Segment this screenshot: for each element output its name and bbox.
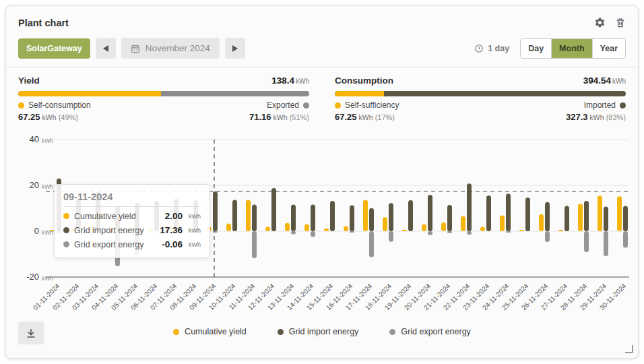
y-axis-tick: 20 xyxy=(30,180,39,190)
delete-trash-icon[interactable] xyxy=(615,17,626,28)
bar-yield[interactable] xyxy=(265,226,270,231)
settings-gear-icon[interactable] xyxy=(594,17,606,28)
legend-item-cumulative-yield[interactable]: Cumulative yield xyxy=(173,327,247,336)
bar-import[interactable] xyxy=(369,208,374,231)
bar-import[interactable] xyxy=(525,198,530,231)
bar-import[interactable] xyxy=(565,206,569,231)
tab-month[interactable]: Month xyxy=(551,39,591,58)
self-sufficiency-label: Self-sufficiency xyxy=(335,100,399,110)
bar-group-21-11-2024[interactable] xyxy=(441,205,452,233)
bar-import[interactable] xyxy=(428,195,432,231)
bar-import[interactable] xyxy=(389,203,393,231)
bar-export[interactable] xyxy=(428,231,432,235)
bar-yield[interactable] xyxy=(617,196,622,231)
tooltip-row: Grid export energy-0.06kWh xyxy=(63,239,201,249)
y-axis-unit: kWh xyxy=(42,138,53,144)
bar-import[interactable] xyxy=(330,201,335,231)
bar-yield[interactable] xyxy=(226,223,231,231)
gateway-button[interactable]: SolarGateway xyxy=(18,38,90,59)
bar-group-16-11-2024[interactable] xyxy=(344,206,354,233)
bar-import[interactable] xyxy=(271,188,276,231)
bar-yield[interactable] xyxy=(539,214,544,231)
bar-import[interactable] xyxy=(213,191,218,231)
bar-import[interactable] xyxy=(467,183,472,231)
bar-import[interactable] xyxy=(447,205,452,231)
bar-yield[interactable] xyxy=(578,204,583,231)
tab-year[interactable]: Year xyxy=(592,39,625,58)
bar-import[interactable] xyxy=(604,207,608,231)
bar-group-24-11-2024[interactable] xyxy=(500,193,511,233)
bar-yield[interactable] xyxy=(246,200,251,231)
legend-item-grid-import-energy[interactable]: Grid import energy xyxy=(278,327,359,336)
bar-group-28-11-2024[interactable] xyxy=(578,201,589,252)
bar-export[interactable] xyxy=(252,231,257,258)
bar-import[interactable] xyxy=(350,206,354,231)
bar-export[interactable] xyxy=(604,231,608,256)
bar-import[interactable] xyxy=(311,205,315,231)
bar-export[interactable] xyxy=(291,231,296,234)
bar-yield[interactable] xyxy=(558,230,563,231)
bar-yield[interactable] xyxy=(285,223,290,231)
bar-export[interactable] xyxy=(584,231,589,252)
bar-group-26-11-2024[interactable] xyxy=(539,202,550,242)
bar-export[interactable] xyxy=(623,231,628,247)
bar-import[interactable] xyxy=(408,200,413,231)
y-axis-tick: 40 xyxy=(30,134,39,144)
bar-yield[interactable] xyxy=(324,229,329,231)
legend-item-grid-export-energy[interactable]: Grid export energy xyxy=(389,327,471,336)
bar-yield[interactable] xyxy=(344,226,348,231)
bar-yield[interactable] xyxy=(519,230,524,231)
bar-import[interactable] xyxy=(486,195,491,231)
prev-period-button[interactable] xyxy=(96,38,116,59)
bar-group-14-11-2024[interactable] xyxy=(304,205,315,237)
bar-yield[interactable] xyxy=(363,200,368,231)
bar-group-20-11-2024[interactable] xyxy=(422,195,432,235)
bar-export[interactable] xyxy=(213,231,218,233)
bar-yield[interactable] xyxy=(422,224,426,231)
bar-yield[interactable] xyxy=(500,216,505,231)
bar-export[interactable] xyxy=(467,231,472,235)
bar-group-30-11-2024[interactable] xyxy=(617,196,628,247)
bar-import[interactable] xyxy=(232,200,237,231)
bar-group-17-11-2024[interactable] xyxy=(363,200,374,257)
bar-export[interactable] xyxy=(311,231,315,237)
bar-import[interactable] xyxy=(506,193,511,231)
bar-group-12-11-2024[interactable] xyxy=(265,188,276,231)
bar-yield[interactable] xyxy=(461,216,465,231)
bar-import[interactable] xyxy=(252,205,257,231)
bar-yield[interactable] xyxy=(598,195,602,231)
bar-import[interactable] xyxy=(623,206,628,231)
bar-import[interactable] xyxy=(545,202,550,231)
date-picker-button[interactable]: November 2024 xyxy=(121,38,220,59)
bar-yield[interactable] xyxy=(402,230,407,231)
bar-export[interactable] xyxy=(447,231,452,233)
bar-group-19-11-2024[interactable] xyxy=(402,200,413,231)
bar-export[interactable] xyxy=(389,231,393,242)
exported-dot-icon xyxy=(303,102,309,109)
bar-group-18-11-2024[interactable] xyxy=(383,203,393,241)
bar-group-29-11-2024[interactable] xyxy=(598,195,608,256)
bar-yield[interactable] xyxy=(480,227,485,231)
tab-day[interactable]: Day xyxy=(521,39,551,58)
bar-import[interactable] xyxy=(291,205,296,231)
bar-group-25-11-2024[interactable] xyxy=(519,198,530,231)
bar-import[interactable] xyxy=(584,201,589,231)
bar-group-27-11-2024[interactable] xyxy=(558,206,569,231)
y-axis-unit: kWh xyxy=(42,275,53,282)
bar-yield[interactable] xyxy=(383,217,387,231)
bar-yield[interactable] xyxy=(441,222,446,231)
bar-export[interactable] xyxy=(506,231,511,233)
bar-group-13-11-2024[interactable] xyxy=(285,205,296,235)
download-button[interactable] xyxy=(18,322,44,344)
bar-export[interactable] xyxy=(369,231,374,257)
resize-handle[interactable] xyxy=(625,345,633,353)
bar-yield[interactable] xyxy=(304,224,309,231)
interval-indicator: 1 day xyxy=(474,44,509,53)
bar-export[interactable] xyxy=(350,231,354,233)
bar-group-15-11-2024[interactable] xyxy=(324,201,335,231)
bar-group-11-11-2024[interactable] xyxy=(246,200,257,258)
next-period-button[interactable] xyxy=(225,38,245,59)
bar-group-10-11-2024[interactable] xyxy=(226,200,237,231)
bar-group-23-11-2024[interactable] xyxy=(480,195,491,231)
bar-export[interactable] xyxy=(545,231,550,242)
